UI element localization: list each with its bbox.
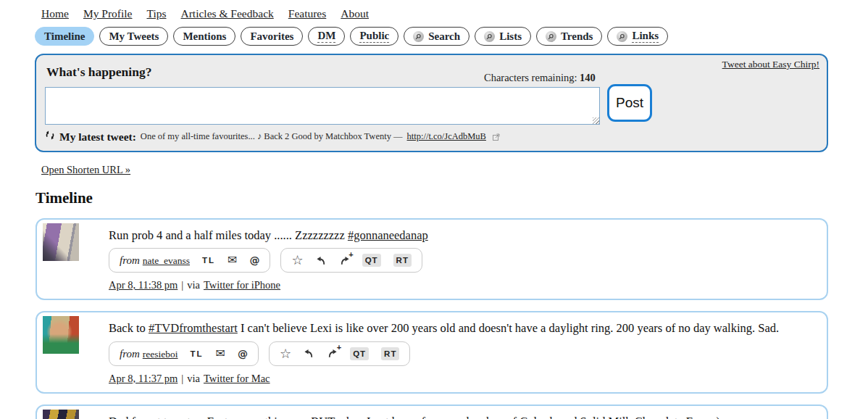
mention-at-icon[interactable]: @ [249,254,259,266]
quote-tweet-button[interactable]: QT [362,254,381,267]
characters-remaining: Characters remaining: 140 [484,72,596,84]
tab-trends[interactable]: Trends [536,27,602,46]
tab-mentions[interactable]: Mentions [173,27,235,46]
via-label: via [187,279,200,291]
client-link[interactable]: Twitter for Mac [204,373,270,385]
quote-tweet-button[interactable]: QT [350,347,369,360]
post-button[interactable]: Post [607,84,652,122]
characters-remaining-value: 140 [580,72,596,83]
tweet-card: Run prob 4 and a half miles today ......… [36,218,828,300]
from-label: from [120,254,140,266]
tab-label: Trends [561,30,593,43]
tweet-date-link[interactable]: Apr 8, 11:37 pm [109,373,178,385]
tweet-date-row: Apr 8, 11:37 pm | via Twitter for Mac [109,373,814,385]
plus-glyph: + [337,343,341,352]
tweet-card: Back to #TVDfromthestart I can't believe… [36,311,828,393]
magnifier-icon [617,31,627,42]
tweet-text-segment: Dad forgot to get us Easter eggs this ye… [109,415,720,419]
magnifier-icon [546,31,556,42]
favorite-star-icon[interactable]: ☆ [280,347,291,360]
mention-at-icon[interactable]: @ [238,348,248,360]
nav-link-tips[interactable]: Tips [146,7,166,20]
tweet-card: Dad forgot to get us Easter eggs this ye… [36,405,828,419]
tweet-meta-row: from nate_evanss TL ✉ @ ☆ + QT RT [109,248,814,273]
retweet-button[interactable]: RT [381,347,399,360]
tab-label: Public [359,30,389,43]
latest-tweet-label: My latest tweet: [59,130,136,144]
tab-label: Links [632,30,659,43]
hashtag-link[interactable]: #gonnaneedanap [348,228,428,242]
reply-all-icon[interactable]: + [327,348,338,359]
client-link[interactable]: Twitter for iPhone [204,279,280,291]
dm-envelope-icon[interactable]: ✉ [216,348,225,360]
tab-public[interactable]: Public [350,27,398,46]
pipe-separator: | [181,279,183,291]
avatar[interactable] [43,316,79,354]
timeline-link[interactable]: TL [202,256,215,265]
tweet-text: Run prob 4 and a half miles today ......… [109,228,814,243]
from-group: from nate_evanss [120,254,190,267]
from-box: from reesieboi TL ✉ @ [109,341,259,366]
external-link-icon [493,130,500,144]
pipe-separator: | [181,373,183,385]
nav-link-my-profile[interactable]: My Profile [83,7,133,20]
username-link[interactable]: nate_evanss [143,255,190,266]
latest-tweet-row: My latest tweet: One of my all-time favo… [45,130,500,144]
resize-handle-icon[interactable] [593,117,599,124]
tab-timeline[interactable]: Timeline [35,27,94,46]
avatar[interactable] [43,223,79,261]
plus-glyph: + [349,250,353,259]
compose-box: Tweet about Easy Chirp! What's happening… [35,54,828,152]
tab-bar: Timeline My Tweets Mentions Favorites DM… [35,27,868,46]
dm-envelope-icon[interactable]: ✉ [228,254,237,266]
tweet-text: Dad forgot to get us Easter eggs this ye… [109,414,814,419]
tab-my-tweets[interactable]: My Tweets [99,27,168,46]
actions-box: ☆ + QT RT [280,248,422,273]
nav-link-about[interactable]: About [341,7,369,20]
latest-tweet-url-link[interactable]: http://t.co/JcAdbMuB [407,131,486,142]
easy-chirp-page: Home My Profile Tips Articles & Feedback… [0,0,868,419]
username-link[interactable]: reesieboi [143,349,178,360]
nav-link-features[interactable]: Features [288,7,327,20]
tweet-text: Back to #TVDfromthestart I can't believe… [109,320,814,336]
from-label: from [120,348,140,360]
nav-link-home[interactable]: Home [41,7,69,20]
tweet-meta-row: from reesieboi TL ✉ @ ☆ + QT RT [109,341,814,366]
from-box: from nate_evanss TL ✉ @ [109,248,270,273]
timeline-heading: Timeline [36,189,868,207]
refresh-icon[interactable] [45,130,55,144]
tweet-about-easy-chirp-link[interactable]: Tweet about Easy Chirp! [722,59,819,70]
favorite-star-icon[interactable]: ☆ [291,254,303,267]
magnifier-icon [484,31,495,42]
tab-label: Lists [499,30,522,43]
tweet-input[interactable] [45,87,600,125]
open-shorten-url-link[interactable]: Open Shorten URL » [41,164,130,175]
tab-links[interactable]: Links [607,27,668,46]
top-nav: Home My Profile Tips Articles & Feedback… [41,7,868,20]
tweet-text-segment: Back to [109,321,149,335]
tab-dm[interactable]: DM [308,27,345,46]
tab-label: Favorites [250,30,293,43]
tab-favorites[interactable]: Favorites [241,27,303,46]
reply-all-icon[interactable]: + [339,255,350,266]
tweet-date-row: Apr 8, 11:38 pm | via Twitter for iPhone [109,279,814,291]
compose-heading: What's happening? [46,65,151,80]
nav-link-articles-feedback[interactable]: Articles & Feedback [181,7,274,20]
tab-label: Mentions [183,30,226,43]
avatar[interactable] [43,410,79,419]
magnifier-icon [413,31,424,42]
reply-icon[interactable] [304,348,314,359]
tweet-date-link[interactable]: Apr 8, 11:38 pm [109,279,178,291]
from-group: from reesieboi [120,347,178,360]
characters-remaining-label: Characters remaining: [484,72,577,83]
tweet-text-segment: I can't believe Lexi is like over 200 ye… [238,321,779,335]
tab-lists[interactable]: Lists [475,27,531,46]
tab-label: Timeline [44,30,85,43]
tweet-text-segment: Run prob 4 and a half miles today ......… [109,228,348,242]
tab-search[interactable]: Search [404,27,470,46]
tab-label: My Tweets [109,30,159,43]
timeline-link[interactable]: TL [191,349,204,358]
hashtag-link[interactable]: #TVDfromthestart [149,321,238,335]
retweet-button[interactable]: RT [393,254,412,267]
reply-icon[interactable] [316,255,327,266]
